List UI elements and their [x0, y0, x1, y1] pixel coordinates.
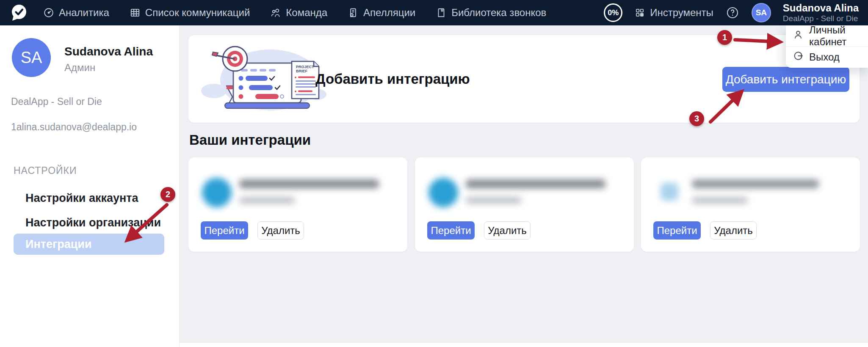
integration-logo — [428, 178, 458, 207]
settings-sidebar: SA Sudanova Alina Админ DealApp - Sell o… — [0, 25, 180, 347]
avatar-initials: SA — [756, 8, 767, 17]
blurred-integration-info — [423, 168, 605, 214]
logo-q-icon — [9, 3, 29, 22]
sidebar-avatar: SA — [12, 38, 51, 77]
progress-badge[interactable]: 0% — [604, 3, 622, 22]
menu-item-logout[interactable]: Выход — [786, 47, 868, 67]
nav-item-label: Инструменты — [650, 7, 713, 19]
banner-title: Добавить интеграцию — [315, 35, 470, 123]
blurred-integration-info — [196, 168, 378, 214]
integrations-section-title: Ваши интеграции — [189, 132, 311, 148]
sidebar-user-email: 1alina.sudanova@dealapp.io — [11, 121, 137, 133]
badge-number: 1 — [722, 33, 727, 42]
nav-item-label: Апелляции — [363, 7, 415, 19]
illustration-doc-text-1: PROJECT — [296, 65, 314, 69]
user-menu-trigger[interactable]: Sudanova Alina DealApp - Sell or Die — [783, 3, 859, 23]
avatar-initials: SA — [21, 49, 42, 67]
integration-card: Перейти Удалить — [415, 157, 634, 252]
sidebar-item-label: Настройки аккаунта — [25, 192, 138, 205]
illustration-doc-text-2: BRIEF — [296, 69, 308, 73]
nav-right-group: 0% Инструменты — [604, 3, 859, 23]
blurred-integration-info — [649, 168, 831, 214]
sidebar-item-label: Настройки организации — [25, 216, 161, 229]
annotation-badge-1: 1 — [717, 30, 732, 45]
menu-item-personal-account[interactable]: Личный кабинет — [786, 25, 868, 46]
integration-card: Перейти Удалить — [188, 157, 407, 252]
sidebar-item-account-settings[interactable]: Настройки аккаунта — [14, 187, 164, 209]
sidebar-item-integrations[interactable]: Интеграции — [14, 234, 164, 255]
delete-button[interactable]: Удалить — [484, 221, 531, 240]
nav-item-label: Команда — [286, 7, 327, 19]
integration-illustration: PROJECT BRIEF — [200, 41, 327, 116]
analytics-gauge-icon — [43, 7, 54, 18]
add-integration-button[interactable]: Добавить интеграцию — [722, 67, 849, 92]
go-button[interactable]: Перейти — [427, 221, 475, 240]
blurred-subtitle-bar — [466, 197, 522, 204]
add-integration-banner: PROJECT BRIEF Добавить интеграцию Добави… — [188, 35, 860, 123]
user-avatar[interactable]: SA — [752, 3, 771, 22]
delete-button[interactable]: Удалить — [710, 221, 757, 240]
sidebar-user-name: Sudanova Alina — [64, 45, 153, 58]
app-screen: Аналитика Список коммуникаций — [0, 0, 868, 347]
menu-item-label: Личный кабинет — [809, 24, 868, 48]
user-organization: DealApp - Sell or Die — [783, 14, 859, 23]
integration-logo — [661, 183, 678, 201]
logout-icon — [793, 50, 804, 64]
nav-item-label: Список коммуникаций — [145, 7, 250, 19]
badge-number: 3 — [694, 114, 699, 124]
sidebar-organization: DealApp - Sell or Die — [11, 96, 102, 107]
sidebar-item-organization-settings[interactable]: Настройки организации — [14, 212, 164, 233]
user-name: Sudanova Alina — [783, 3, 859, 13]
sidebar-item-label: Интеграции — [25, 238, 92, 251]
nav-item-analytics[interactable]: Аналитика — [43, 7, 109, 19]
help-button[interactable] — [725, 6, 740, 20]
nav-item-tools[interactable]: Инструменты — [634, 7, 713, 19]
tools-grid-icon — [634, 7, 645, 18]
badge-number: 2 — [166, 190, 170, 199]
blurred-title-bar — [692, 179, 819, 188]
nav-item-label: Аналитика — [59, 7, 109, 19]
integration-logo — [202, 178, 232, 207]
nav-item-label: Библиотека звонков — [451, 7, 546, 19]
nav-menu: Аналитика Список коммуникаций — [43, 7, 546, 19]
delete-button[interactable]: Удалить — [257, 221, 304, 240]
help-icon — [726, 6, 739, 19]
card-button-row: Перейти Удалить — [201, 221, 304, 240]
user-dropdown-menu: Личный кабинет Выход — [786, 25, 868, 68]
blurred-title-bar — [466, 179, 605, 188]
sidebar-user-role: Админ — [64, 62, 95, 74]
blurred-subtitle-bar — [239, 197, 295, 204]
appeals-document-icon — [348, 7, 359, 18]
nav-item-call-library[interactable]: Библиотека звонков — [436, 7, 546, 19]
top-navigation-bar: Аналитика Список коммуникаций — [0, 0, 868, 25]
integration-card: Перейти Удалить — [641, 157, 860, 252]
menu-item-label: Выход — [809, 51, 840, 63]
call-library-icon — [436, 7, 447, 18]
blurred-title-bar — [239, 179, 379, 188]
progress-badge-value: 0% — [608, 8, 619, 17]
person-icon — [793, 29, 804, 43]
annotation-badge-3: 3 — [689, 111, 704, 126]
communications-table-icon — [130, 7, 141, 18]
go-button[interactable]: Перейти — [653, 221, 701, 240]
nav-item-team[interactable]: Команда — [270, 7, 327, 19]
card-button-row: Перейти Удалить — [427, 221, 531, 240]
nav-item-communications-list[interactable]: Список коммуникаций — [130, 7, 250, 19]
annotation-badge-2: 2 — [160, 187, 175, 202]
go-button[interactable]: Перейти — [201, 221, 248, 240]
card-button-row: Перейти Удалить — [653, 221, 757, 240]
blurred-subtitle-bar — [692, 197, 748, 204]
nav-item-appeals[interactable]: Апелляции — [348, 7, 415, 19]
sidebar-section-title: НАСТРОЙКИ — [14, 165, 77, 176]
team-icon — [270, 7, 281, 18]
app-logo[interactable] — [9, 3, 29, 22]
